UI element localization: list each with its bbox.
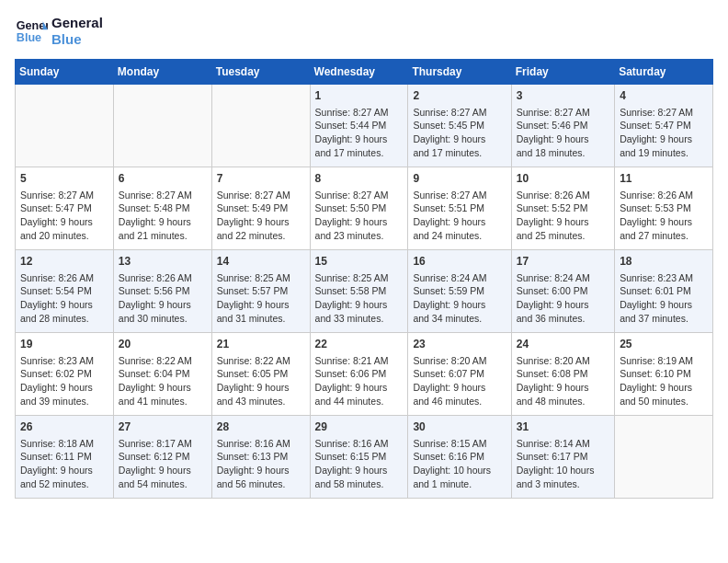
- cell-text: Sunrise: 8:27 AM: [119, 189, 207, 202]
- cell-text: Sunrise: 8:24 AM: [413, 271, 506, 285]
- cell-text: Sunset: 6:11 PM: [20, 450, 108, 464]
- cell-text: Daylight: 9 hours: [315, 381, 404, 395]
- cell-text: Daylight: 9 hours: [315, 298, 404, 312]
- cell-text: Sunset: 6:12 PM: [119, 450, 207, 464]
- cell-text: and 52 minutes.: [20, 477, 108, 491]
- day-number: 6: [119, 171, 207, 187]
- cell-text: and 39 minutes.: [20, 395, 108, 408]
- calendar-cell: 2Sunrise: 8:27 AMSunset: 5:45 PMDaylight…: [408, 85, 511, 167]
- day-header-wednesday: Wednesday: [310, 60, 408, 85]
- day-number: 29: [315, 419, 404, 435]
- cell-text: Sunset: 5:52 PM: [517, 201, 609, 215]
- cell-text: and 17 minutes.: [315, 146, 404, 160]
- cell-text: Daylight: 9 hours: [413, 215, 506, 229]
- day-number: 7: [217, 171, 305, 187]
- day-number: 3: [517, 88, 609, 104]
- day-number: 12: [20, 254, 108, 270]
- calendar-cell: 4Sunrise: 8:27 AMSunset: 5:47 PMDaylight…: [615, 85, 713, 167]
- cell-text: Sunrise: 8:19 AM: [620, 354, 708, 368]
- calendar-cell: 28Sunrise: 8:16 AMSunset: 6:13 PMDayligh…: [211, 416, 310, 499]
- cell-text: and 22 minutes.: [217, 229, 305, 243]
- calendar-cell: 1Sunrise: 8:27 AMSunset: 5:44 PMDaylight…: [310, 85, 408, 167]
- calendar-week-row: 5Sunrise: 8:27 AMSunset: 5:47 PMDaylight…: [16, 167, 713, 250]
- calendar-cell: 18Sunrise: 8:23 AMSunset: 6:01 PMDayligh…: [615, 250, 713, 333]
- cell-text: and 18 minutes.: [517, 146, 609, 160]
- cell-text: Sunrise: 8:22 AM: [119, 354, 207, 368]
- calendar-cell: 21Sunrise: 8:22 AMSunset: 6:05 PMDayligh…: [211, 333, 310, 416]
- cell-text: and 25 minutes.: [517, 229, 609, 243]
- cell-text: Daylight: 9 hours: [20, 298, 108, 312]
- cell-text: Sunrise: 8:21 AM: [315, 354, 404, 368]
- cell-text: Sunset: 5:53 PM: [620, 201, 708, 215]
- cell-text: and 44 minutes.: [315, 395, 404, 408]
- cell-text: Sunrise: 8:26 AM: [119, 271, 207, 285]
- cell-text: Sunrise: 8:26 AM: [620, 189, 708, 202]
- cell-text: and 3 minutes.: [517, 477, 609, 491]
- cell-text: Daylight: 9 hours: [217, 298, 305, 312]
- calendar-cell: 27Sunrise: 8:17 AMSunset: 6:12 PMDayligh…: [113, 416, 211, 499]
- day-number: 19: [20, 337, 108, 352]
- cell-text: Daylight: 9 hours: [217, 464, 305, 477]
- cell-text: Daylight: 9 hours: [20, 381, 108, 395]
- day-header-tuesday: Tuesday: [211, 60, 310, 85]
- cell-text: and 56 minutes.: [217, 477, 305, 491]
- cell-text: Daylight: 9 hours: [217, 215, 305, 229]
- cell-text: Daylight: 9 hours: [20, 464, 108, 477]
- cell-text: Sunset: 5:45 PM: [413, 119, 506, 132]
- cell-text: Sunset: 5:47 PM: [20, 201, 108, 215]
- cell-text: Sunset: 5:49 PM: [217, 201, 305, 215]
- cell-text: and 46 minutes.: [413, 395, 506, 408]
- cell-text: Sunset: 6:05 PM: [217, 367, 305, 381]
- cell-text: Sunset: 5:50 PM: [315, 201, 404, 215]
- day-header-saturday: Saturday: [615, 60, 713, 85]
- cell-text: Sunrise: 8:27 AM: [217, 189, 305, 202]
- cell-text: Daylight: 9 hours: [315, 464, 404, 477]
- cell-text: Sunrise: 8:25 AM: [315, 271, 404, 285]
- cell-text: and 33 minutes.: [315, 312, 404, 326]
- cell-text: and 28 minutes.: [20, 312, 108, 326]
- calendar-week-row: 26Sunrise: 8:18 AMSunset: 6:11 PMDayligh…: [16, 416, 713, 499]
- cell-text: Daylight: 9 hours: [517, 298, 609, 312]
- calendar-cell: 20Sunrise: 8:22 AMSunset: 6:04 PMDayligh…: [113, 333, 211, 416]
- cell-text: Sunset: 5:59 PM: [413, 284, 506, 298]
- cell-text: and 30 minutes.: [119, 312, 207, 326]
- day-number: 14: [217, 254, 305, 270]
- cell-text: Sunset: 5:48 PM: [119, 201, 207, 215]
- logo: General Blue General Blue: [15, 15, 103, 48]
- day-number: 25: [620, 337, 708, 352]
- day-number: 13: [119, 254, 207, 270]
- cell-text: Daylight: 9 hours: [517, 132, 609, 146]
- calendar-cell: [113, 85, 211, 167]
- cell-text: and 27 minutes.: [620, 229, 708, 243]
- calendar-cell: 19Sunrise: 8:23 AMSunset: 6:02 PMDayligh…: [16, 333, 114, 416]
- calendar-cell: 7Sunrise: 8:27 AMSunset: 5:49 PMDaylight…: [211, 167, 310, 250]
- calendar-cell: 9Sunrise: 8:27 AMSunset: 5:51 PMDaylight…: [408, 167, 511, 250]
- cell-text: and 41 minutes.: [119, 395, 207, 408]
- cell-text: Daylight: 9 hours: [217, 381, 305, 395]
- cell-text: Sunset: 5:54 PM: [20, 284, 108, 298]
- cell-text: Sunrise: 8:16 AM: [217, 437, 305, 451]
- cell-text: and 20 minutes.: [20, 229, 108, 243]
- day-number: 30: [413, 419, 506, 435]
- calendar-cell: 12Sunrise: 8:26 AMSunset: 5:54 PMDayligh…: [16, 250, 114, 333]
- cell-text: Sunset: 6:07 PM: [413, 367, 506, 381]
- calendar-cell: 13Sunrise: 8:26 AMSunset: 5:56 PMDayligh…: [113, 250, 211, 333]
- calendar-cell: 22Sunrise: 8:21 AMSunset: 6:06 PMDayligh…: [310, 333, 408, 416]
- calendar-cell: 24Sunrise: 8:20 AMSunset: 6:08 PMDayligh…: [511, 333, 614, 416]
- day-header-monday: Monday: [113, 60, 211, 85]
- cell-text: Sunrise: 8:16 AM: [315, 437, 404, 451]
- cell-text: Sunset: 5:56 PM: [119, 284, 207, 298]
- cell-text: and 36 minutes.: [517, 312, 609, 326]
- cell-text: Sunrise: 8:27 AM: [413, 106, 506, 120]
- cell-text: Sunset: 5:44 PM: [315, 119, 404, 132]
- calendar-cell: 14Sunrise: 8:25 AMSunset: 5:57 PMDayligh…: [211, 250, 310, 333]
- day-number: 21: [217, 337, 305, 352]
- cell-text: and 43 minutes.: [217, 395, 305, 408]
- calendar-cell: 11Sunrise: 8:26 AMSunset: 5:53 PMDayligh…: [615, 167, 713, 250]
- cell-text: Sunset: 6:16 PM: [413, 450, 506, 464]
- cell-text: Sunset: 6:08 PM: [517, 367, 609, 381]
- day-number: 22: [315, 337, 404, 352]
- calendar-cell: 15Sunrise: 8:25 AMSunset: 5:58 PMDayligh…: [310, 250, 408, 333]
- logo-blue: Blue: [51, 31, 103, 48]
- calendar-header-row: SundayMondayTuesdayWednesdayThursdayFrid…: [16, 60, 713, 85]
